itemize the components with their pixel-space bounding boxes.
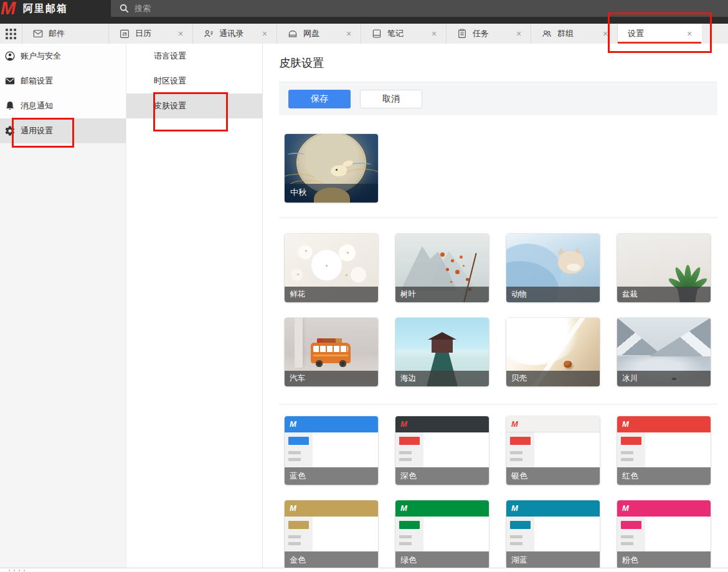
save-button[interactable]: 保存 [288, 90, 351, 108]
subnav-item-language[interactable]: 语言设置 [126, 44, 262, 69]
mini-topbar: M [617, 500, 711, 517]
cancel-button[interactable]: 取消 [360, 90, 422, 108]
mini-m-logo: M [400, 419, 407, 430]
skin-leaf[interactable]: 树叶 [395, 234, 489, 302]
skin-name: 绿色 [395, 551, 489, 569]
close-tab-icon[interactable]: × [514, 29, 523, 39]
mini-body [285, 517, 378, 551]
skin-name: 深色 [395, 467, 489, 485]
skin-name: 红色 [617, 467, 711, 485]
mini-topbar: M [395, 416, 489, 432]
sidebar-item-notifications[interactable]: 消息通知 [0, 93, 126, 118]
gear-icon [4, 125, 16, 136]
mail-tab-icon [32, 28, 44, 39]
skin-color-dark[interactable]: M 深色 [395, 416, 489, 485]
sidebar-item-mail-settings[interactable]: 邮箱设置 [0, 69, 126, 93]
app-window: M 阿里邮箱 邮件 [0, 0, 728, 572]
skin-flower[interactable]: 鲜花 [285, 234, 378, 302]
skin-name: 动物 [506, 287, 600, 302]
skin-group-festival: 中秋 [285, 134, 378, 203]
tab-tasks[interactable]: 任务 × [447, 24, 531, 44]
skin-name: 湖蓝 [506, 551, 600, 569]
subnav-item-label: 语言设置 [154, 51, 186, 60]
mini-m-logo: M [400, 503, 407, 514]
close-tab-icon[interactable]: × [176, 29, 185, 39]
skin-color-silver[interactable]: M 银色 [506, 416, 600, 485]
window-bottom-edge [0, 568, 728, 572]
skin-name: 汽车 [285, 371, 378, 386]
search-bar[interactable] [111, 0, 728, 17]
mini-m-logo: M [622, 503, 629, 514]
skin-color-blue[interactable]: M 蓝色 [285, 416, 378, 485]
tab-groups[interactable]: 群组 × [531, 24, 618, 44]
group-icon [541, 28, 552, 39]
skin-plant[interactable]: 盆栽 [617, 234, 711, 302]
skin-color-red[interactable]: M 红色 [617, 416, 711, 485]
skin-color-gold[interactable]: M 金色 [285, 500, 378, 569]
skin-color-pink[interactable]: M 粉色 [617, 500, 711, 569]
tab-netdisk[interactable]: 网盘 × [277, 24, 361, 44]
mini-topbar: M [285, 416, 378, 432]
module-tab-bar: 邮件 25 日历 × 通讯录 × 网盘 × [0, 24, 728, 44]
mini-m-logo: M [511, 419, 518, 430]
tab-settings[interactable]: 设置 × [618, 24, 702, 44]
skin-name: 金色 [285, 551, 378, 569]
settings-sidebar: 账户与安全 邮箱设置 消息通知 通用设置 [0, 44, 126, 572]
sidebar-item-label: 账户与安全 [21, 51, 61, 60]
skin-car[interactable]: 汽车 [285, 318, 378, 386]
sidebar-item-label: 消息通知 [21, 101, 53, 110]
skin-glacier[interactable]: 冰川 [617, 318, 711, 386]
tab-label: 日历 [135, 28, 151, 39]
mini-m-logo: M [290, 419, 296, 430]
account-icon [4, 50, 16, 62]
skin-name: 盆栽 [617, 287, 711, 302]
sidebar-item-account-security[interactable]: 账户与安全 [0, 44, 126, 69]
mini-body [506, 517, 600, 551]
skin-shell[interactable]: 贝壳 [506, 318, 600, 386]
skin-name: 海边 [395, 371, 489, 386]
skin-settings-panel: 皮肤设置 保存 取消 中秋 鲜花 [263, 44, 728, 572]
close-tab-icon[interactable]: × [260, 29, 269, 39]
sidebar-item-general-settings[interactable]: 通用设置 [0, 118, 126, 143]
task-clipboard-icon [456, 28, 468, 39]
mini-topbar: M [506, 416, 600, 432]
skin-seaside[interactable]: 海边 [395, 318, 489, 386]
brand-m-logo: M [1, 0, 15, 18]
settings-sidebar-list: 账户与安全 邮箱设置 消息通知 通用设置 [0, 44, 126, 143]
tab-notes[interactable]: 笔记 × [361, 24, 447, 44]
subnav-item-skin[interactable]: 皮肤设置 [126, 93, 262, 118]
mini-body [395, 517, 489, 551]
app-grid-button[interactable] [0, 24, 22, 44]
mini-body [506, 432, 600, 467]
close-tab-icon[interactable]: × [344, 29, 353, 39]
skin-color-teal[interactable]: M 湖蓝 [506, 500, 600, 569]
clipped-bottom-text [9, 570, 26, 571]
tab-label: 笔记 [387, 28, 404, 39]
close-tab-icon[interactable]: × [601, 29, 610, 39]
subnav-item-label: 时区设置 [154, 76, 186, 85]
general-settings-subnav: 语言设置 时区设置 皮肤设置 [126, 44, 263, 568]
tab-calendar[interactable]: 25 日历 × [109, 24, 193, 44]
skin-name: 粉色 [617, 551, 711, 569]
search-input[interactable] [133, 0, 723, 17]
contacts-icon [203, 28, 214, 39]
tab-label: 任务 [473, 28, 489, 39]
close-tab-icon[interactable]: × [430, 29, 438, 39]
tab-contacts[interactable]: 通讯录 × [193, 24, 277, 44]
skin-animal[interactable]: 动物 [506, 234, 600, 302]
subnav-item-timezone[interactable]: 时区设置 [126, 69, 262, 93]
skin-midautumn[interactable]: 中秋 [285, 134, 378, 203]
mini-topbar: M [506, 500, 600, 517]
sidebar-item-label: 邮箱设置 [21, 76, 53, 85]
subnav-item-label: 皮肤设置 [154, 101, 186, 110]
svg-text:25: 25 [122, 32, 127, 36]
page-title: 皮肤设置 [279, 55, 324, 70]
skin-color-green[interactable]: M 绿色 [395, 500, 489, 569]
close-tab-icon[interactable]: × [685, 29, 694, 39]
skin-name: 鲜花 [285, 287, 378, 302]
skin-group-colors-row1: M 蓝色 M 深色 M [285, 416, 711, 485]
tab-mail[interactable]: 邮件 [22, 24, 109, 44]
mini-m-logo: M [511, 503, 518, 514]
mini-body [395, 432, 489, 467]
skin-group-photos-row2: 汽车 海边 贝壳 冰川 [285, 318, 711, 386]
